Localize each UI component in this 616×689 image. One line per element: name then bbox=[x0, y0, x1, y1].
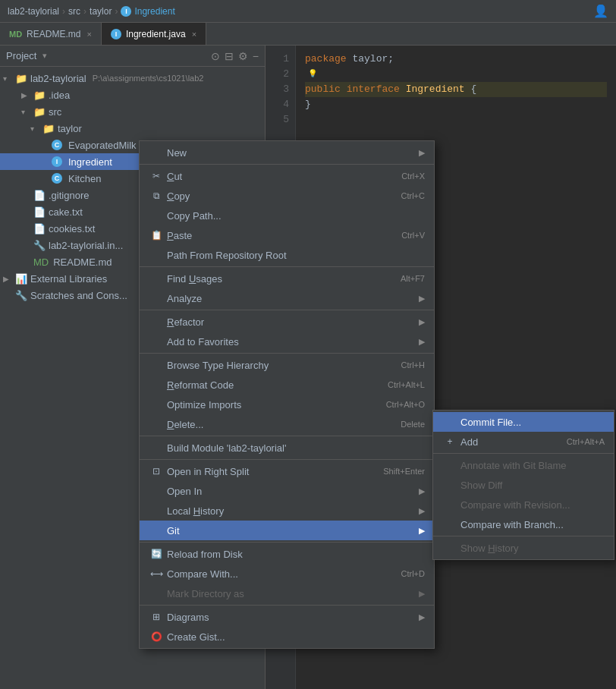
kitchen-java-icon: C bbox=[52, 173, 62, 184]
menu-path-repo[interactable]: Path From Repository Root bbox=[140, 245, 434, 265]
submenu-compare-branch[interactable]: Compare with Branch... bbox=[433, 514, 614, 534]
settings-icon[interactable]: ⚙ bbox=[238, 50, 248, 62]
menu-build-module[interactable]: Build Module 'lab2-taylorial' bbox=[140, 438, 434, 458]
submenu-show-history[interactable]: Show History bbox=[433, 538, 614, 558]
menu-compare-with[interactable]: ⟷ Compare With... Ctrl+D bbox=[140, 564, 434, 584]
create-gist-icon: ⭕ bbox=[149, 631, 164, 642]
menu-create-gist[interactable]: ⭕ Create Gist... bbox=[140, 627, 434, 647]
menu-diagrams[interactable]: ⊞ Diagrams ▶ bbox=[140, 607, 434, 627]
menu-optimize[interactable]: Optimize Imports Ctrl+Alt+O bbox=[140, 395, 434, 414]
external-icon: 📊 bbox=[15, 273, 27, 285]
tree-item-src[interactable]: ▾ 📁 src bbox=[0, 103, 265, 120]
taylor-label: taylor bbox=[58, 123, 82, 134]
minimize-icon[interactable]: − bbox=[253, 50, 259, 62]
tab-readme-label: README.md bbox=[27, 29, 80, 39]
readme-icon: MD bbox=[33, 256, 49, 268]
evaporated-java-icon: C bbox=[52, 140, 62, 150]
menu-mark-dir[interactable]: Mark Directory as ▶ bbox=[140, 584, 434, 603]
breadcrumb-taylor[interactable]: taylor bbox=[90, 6, 112, 17]
menu-git[interactable]: Git ▶ bbox=[140, 521, 434, 540]
menu-delete[interactable]: Delete... Delete bbox=[140, 414, 434, 434]
menu-open-split[interactable]: ⊡ Open in Right Split Shift+Enter bbox=[140, 461, 434, 481]
tab-readme-close[interactable]: × bbox=[86, 30, 91, 39]
cut-icon: ✂ bbox=[149, 171, 164, 181]
menu-refactor[interactable]: Refactor ▶ bbox=[140, 312, 434, 332]
menu-paste[interactable]: 📋 Paste Ctrl+V bbox=[140, 225, 434, 245]
title-bar: lab2-taylorial › src › taylor › I Ingred… bbox=[0, 0, 616, 23]
breadcrumb-ingredient[interactable]: Ingredient bbox=[134, 6, 174, 17]
menu-cut[interactable]: ✂ Cut Ctrl+X bbox=[140, 166, 434, 186]
line-num-4: 4 bbox=[266, 97, 289, 112]
sidebar-header-icons: ⊙ ⊟ ⚙ − bbox=[211, 50, 259, 62]
submenu-annotate-label: Annotate with Git Blame bbox=[460, 460, 605, 471]
submenu-add-label: Add bbox=[460, 436, 567, 448]
menu-copy-path-label: Copy Path... bbox=[167, 210, 425, 222]
submenu-add[interactable]: + Add Ctrl+Alt+A bbox=[433, 432, 614, 451]
menu-open-in[interactable]: Open In ▶ bbox=[140, 481, 434, 501]
iml-icon: 🔧 bbox=[33, 240, 46, 251]
submenu-show-diff[interactable]: Show Diff bbox=[433, 475, 614, 495]
menu-browse-hierarchy[interactable]: Browse Type Hierarchy Ctrl+H bbox=[140, 355, 434, 375]
user-icon[interactable]: 👤 bbox=[593, 5, 608, 17]
ingredient-icon: I bbox=[121, 6, 131, 17]
menu-optimize-label: Optimize Imports bbox=[167, 399, 386, 411]
scope-icon[interactable]: ⊙ bbox=[211, 50, 220, 62]
submenu-compare-revision[interactable]: Compare with Revision... bbox=[433, 495, 614, 514]
sidebar-dropdown-arrow[interactable]: ▾ bbox=[42, 51, 47, 61]
sep-7 bbox=[140, 542, 434, 543]
find-usages-shortcut: Alt+F7 bbox=[401, 274, 425, 283]
analyze-arrow: ▶ bbox=[419, 294, 425, 304]
menu-reload[interactable]: 🔄 Reload from Disk bbox=[140, 544, 434, 564]
layout-icon[interactable]: ⊟ bbox=[225, 50, 234, 62]
menu-new[interactable]: New ▶ bbox=[140, 143, 434, 162]
tab-ingredient-label: Ingredient.java bbox=[126, 29, 186, 39]
tree-item-idea[interactable]: ▶ 📁 .idea bbox=[0, 87, 265, 103]
menu-add-favorites[interactable]: Add to Favorites ▶ bbox=[140, 332, 434, 351]
keyword-public: public bbox=[305, 82, 341, 97]
menu-local-history[interactable]: Local History ▶ bbox=[140, 501, 434, 521]
readme-label: README.md bbox=[53, 256, 112, 268]
idea-label: .idea bbox=[49, 90, 70, 101]
scratches-label: Scratches and Cons... bbox=[30, 290, 127, 301]
root-label: lab2-taylorial bbox=[30, 73, 86, 84]
menu-reformat[interactable]: Reformat Code Ctrl+Alt+L bbox=[140, 375, 434, 395]
code-line-1: package taylor; bbox=[305, 52, 607, 67]
submenu-compare-revision-label: Compare with Revision... bbox=[460, 499, 605, 511]
menu-copy[interactable]: ⧉ Copy Ctrl+C bbox=[140, 186, 434, 206]
tree-item-root[interactable]: ▾ 📁 lab2-taylorial P:\a\assignments\cs10… bbox=[0, 70, 265, 87]
breadcrumb-src[interactable]: src bbox=[68, 6, 80, 17]
sep-3 bbox=[140, 310, 434, 310]
menu-reformat-label: Reformat Code bbox=[167, 379, 388, 391]
add-favorites-arrow: ▶ bbox=[419, 337, 425, 347]
git-arrow: ▶ bbox=[419, 526, 425, 536]
menu-find-usages[interactable]: Find Usages Alt+F7 bbox=[140, 269, 434, 288]
submenu-commit-file[interactable]: Commit File... bbox=[433, 412, 614, 432]
menu-build-label: Build Module 'lab2-taylorial' bbox=[167, 442, 425, 454]
menu-diagrams-label: Diagrams bbox=[167, 612, 419, 623]
submenu-annotate[interactable]: Annotate with Git Blame bbox=[433, 455, 614, 475]
sep-4 bbox=[140, 353, 434, 354]
external-arrow: ▶ bbox=[3, 275, 12, 283]
diagrams-arrow: ▶ bbox=[419, 612, 425, 622]
menu-reload-label: Reload from Disk bbox=[167, 549, 425, 560]
sidebar-header: Project ▾ ⊙ ⊟ ⚙ − bbox=[0, 46, 265, 67]
breadcrumb-project[interactable]: lab2-taylorial bbox=[8, 6, 59, 17]
submenu-show-diff-label: Show Diff bbox=[460, 480, 605, 491]
code-line-2: 💡 bbox=[305, 67, 607, 82]
tab-readme[interactable]: MD README.md × bbox=[0, 23, 102, 45]
idea-folder-icon: 📁 bbox=[33, 90, 46, 101]
root-folder-icon: 📁 bbox=[15, 73, 27, 84]
tab-ingredient[interactable]: I Ingredient.java × bbox=[102, 23, 206, 45]
tab-ingredient-close[interactable]: × bbox=[192, 30, 196, 39]
menu-analyze[interactable]: Analyze ▶ bbox=[140, 288, 434, 308]
iml-label: lab2-taylorial.in... bbox=[49, 240, 123, 251]
class-name-ingredient: Ingredient bbox=[406, 82, 465, 97]
external-label: External Libraries bbox=[30, 273, 107, 285]
tree-item-taylor[interactable]: ▾ 📁 taylor bbox=[0, 120, 265, 137]
code-line-5 bbox=[305, 112, 607, 127]
menu-refactor-label: Refactor bbox=[167, 316, 419, 328]
optimize-shortcut: Ctrl+Alt+O bbox=[386, 400, 425, 409]
ingredient-label: Ingredient bbox=[68, 156, 112, 168]
copy-icon: ⧉ bbox=[149, 190, 164, 201]
menu-copy-path[interactable]: Copy Path... bbox=[140, 206, 434, 225]
